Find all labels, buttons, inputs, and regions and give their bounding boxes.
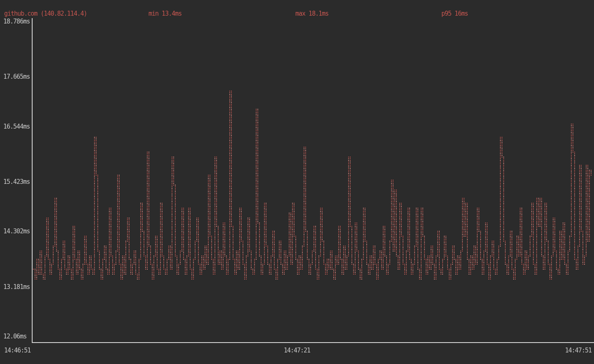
- y-axis-tick-label: 18.786ms: [3, 18, 30, 25]
- y-axis-line: [32, 18, 33, 343]
- y-axis-tick-label: 13.181ms: [3, 284, 30, 290]
- x-axis-tick-label: 14:47:21: [284, 347, 310, 354]
- latency-chart-canvas: [0, 0, 594, 364]
- gping-terminal: github.com (140.82.114.4) min 13.4ms max…: [0, 0, 594, 364]
- stat-min-label: min 13.4ms: [148, 10, 182, 17]
- x-axis-line: [32, 342, 594, 343]
- x-axis-tick-label: 14:47:51: [565, 347, 592, 354]
- stat-p95-label: p95 16ms: [441, 10, 468, 17]
- y-axis-tick-label: 15.423ms: [3, 178, 30, 185]
- stat-max-label: max 18.1ms: [295, 10, 328, 17]
- y-axis-tick-label: 16.544ms: [3, 123, 30, 130]
- y-axis-tick-label: 12.06ms: [3, 333, 26, 340]
- y-axis-tick-label: 14.302ms: [3, 228, 30, 235]
- target-host-label: github.com (140.82.114.4): [4, 10, 87, 17]
- y-axis-tick-label: 17.665ms: [3, 73, 30, 80]
- x-axis-tick-label: 14:46:51: [4, 347, 31, 354]
